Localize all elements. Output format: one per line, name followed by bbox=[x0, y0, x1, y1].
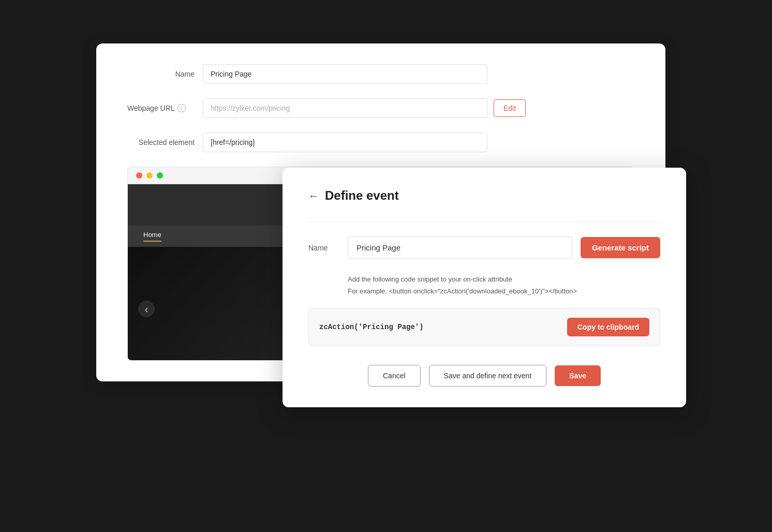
element-label: Selected element bbox=[127, 138, 195, 146]
name-label: Name bbox=[127, 70, 195, 78]
element-input[interactable] bbox=[203, 132, 487, 152]
url-input[interactable] bbox=[203, 98, 487, 118]
code-description: Add the following code snippet to your o… bbox=[308, 273, 660, 298]
copy-to-clipboard-button[interactable]: Copy to clipboard bbox=[567, 318, 649, 336]
save-and-define-next-button[interactable]: Save and define next event bbox=[429, 365, 547, 387]
name-input[interactable] bbox=[203, 64, 487, 84]
url-label-group: Webpage URL i bbox=[127, 104, 195, 112]
divider bbox=[308, 221, 660, 222]
modal-footer: Cancel Save and define next event Save bbox=[308, 365, 660, 387]
modal-header: ← Define event bbox=[308, 188, 660, 203]
desc-line2: For example, <button onclick="zcAction('… bbox=[348, 285, 660, 297]
define-event-modal: ← Define event Name Generate script Add … bbox=[283, 168, 686, 407]
modal-title: Define event bbox=[325, 188, 399, 203]
url-row: Webpage URL i Edit bbox=[127, 98, 634, 118]
info-icon[interactable]: i bbox=[177, 104, 186, 112]
modal-name-row: Name Generate script bbox=[308, 237, 660, 259]
edit-button[interactable]: Edit bbox=[494, 99, 526, 117]
modal-name-input[interactable] bbox=[348, 237, 572, 259]
modal-name-label: Name bbox=[308, 244, 339, 252]
code-snippet: zcAction('Pricing Page') bbox=[319, 323, 424, 331]
code-block: zcAction('Pricing Page') Copy to clipboa… bbox=[308, 308, 660, 346]
generate-script-button[interactable]: Generate script bbox=[581, 237, 660, 258]
name-row: Name bbox=[127, 64, 634, 84]
dot-green bbox=[157, 172, 163, 179]
cancel-button[interactable]: Cancel bbox=[368, 365, 421, 387]
nav-home[interactable]: Home bbox=[143, 231, 161, 242]
desc-line1: Add the following code snippet to your o… bbox=[348, 273, 660, 285]
prev-arrow[interactable]: ‹ bbox=[138, 301, 155, 317]
dot-yellow bbox=[146, 172, 153, 179]
element-row: Selected element bbox=[127, 132, 634, 152]
save-button[interactable]: Save bbox=[555, 365, 601, 386]
back-arrow-icon[interactable]: ← bbox=[308, 190, 319, 202]
url-label: Webpage URL bbox=[127, 104, 175, 112]
dot-red bbox=[136, 172, 142, 179]
